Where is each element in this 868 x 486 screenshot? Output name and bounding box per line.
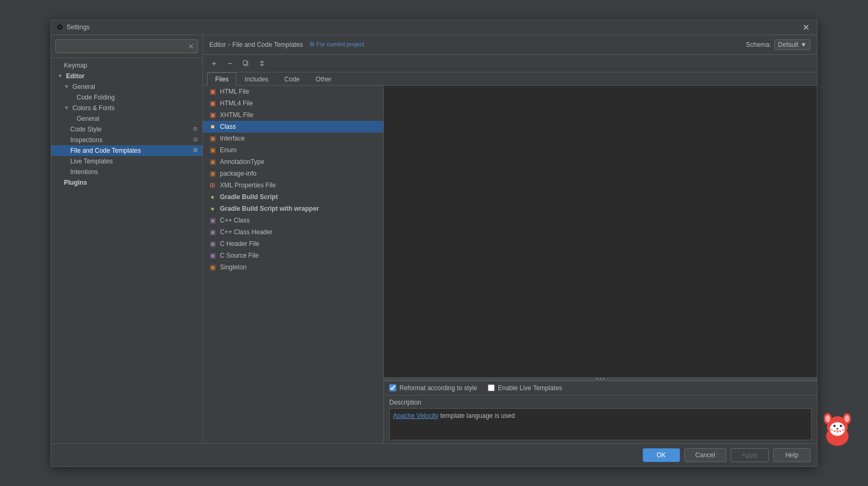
tab-code[interactable]: Code [276, 72, 308, 86]
tab-files[interactable]: Files [207, 72, 236, 86]
schema-dropdown[interactable]: Default ▼ [774, 39, 810, 50]
sidebar-item-inspections[interactable]: Inspections ⚙ [51, 135, 202, 145]
sidebar-item-colors-fonts[interactable]: ▼ Colors & Fonts [51, 103, 202, 113]
file-item-c-source[interactable]: ▣ C Source File [203, 250, 383, 261]
file-item-xml-properties[interactable]: ⊞ XML Properties File [203, 179, 383, 191]
file-item-html-label: HTML File [220, 88, 249, 95]
inspections-indicator: ⚙ [193, 136, 198, 143]
dialog-footer: OK Cancel Apply Help [51, 443, 817, 466]
file-item-xhtml-label: XHTML File [220, 111, 253, 119]
file-code-indicator: ⚙ [193, 147, 198, 154]
ok-button[interactable]: OK [643, 448, 680, 462]
reformat-label: Reformat according to style [399, 384, 477, 392]
file-item-class-label: Class [220, 123, 236, 130]
reformat-checkbox-label[interactable]: Reformat according to style [389, 384, 477, 392]
file-item-cpp-header[interactable]: ▣ C++ Class Header [203, 226, 383, 238]
tab-code-label: Code [284, 76, 300, 83]
file-item-class[interactable]: ■ Class [203, 121, 383, 133]
interface-file-icon: ▣ [208, 135, 217, 142]
sidebar-item-live-templates-label: Live Templates [70, 158, 113, 165]
sidebar-item-plugins-label: Plugins [64, 179, 87, 186]
svg-point-6 [825, 415, 830, 423]
sidebar-tree: Keymap ▼ Editor ▼ General Code Folding [51, 58, 202, 443]
add-template-button[interactable]: + [207, 57, 221, 70]
tab-files-label: Files [215, 76, 228, 83]
mascot [817, 411, 857, 451]
for-current-project-link[interactable]: ⚙ For current project [309, 41, 364, 48]
file-item-html4-label: HTML4 File [220, 100, 253, 107]
file-item-package-info[interactable]: ▣ package-info [203, 168, 383, 179]
file-item-xhtml[interactable]: ▣ XHTML File [203, 109, 383, 121]
svg-rect-1 [243, 60, 247, 64]
tab-includes[interactable]: Includes [236, 72, 276, 86]
file-item-interface[interactable]: ▣ Interface [203, 133, 383, 144]
description-panel: Description Apache Velocity template lan… [384, 395, 817, 443]
sidebar-item-code-folding[interactable]: Code Folding [51, 92, 202, 103]
file-item-html[interactable]: ▣ HTML File [203, 86, 383, 97]
toolbar: + − [203, 55, 817, 72]
remove-template-button[interactable]: − [223, 57, 237, 70]
live-templates-checkbox-label[interactable]: Enable Live Templates [488, 384, 562, 392]
file-item-cpp-class[interactable]: ▣ C++ Class [203, 215, 383, 226]
file-item-gradle-build-label: Gradle Build Script [220, 193, 278, 201]
file-item-c-header[interactable]: ▣ C Header File [203, 238, 383, 250]
help-button[interactable]: Help [773, 448, 810, 462]
sidebar-item-editor[interactable]: ▼ Editor [51, 71, 202, 81]
sidebar-item-general[interactable]: ▼ General [51, 81, 202, 92]
svg-point-11 [833, 425, 836, 427]
gradle-build-file-icon: ● [208, 193, 217, 201]
content-area: Editor › File and Code Templates ⚙ For c… [203, 35, 817, 443]
close-button[interactable]: ✕ [800, 22, 812, 32]
file-item-annotation[interactable]: ▣ AnnotationType [203, 156, 383, 168]
file-item-enum[interactable]: ▣ Enum [203, 144, 383, 156]
copy-template-button[interactable] [239, 57, 253, 70]
live-templates-checkbox[interactable] [488, 384, 495, 391]
file-item-gradle-wrapper[interactable]: ● Gradle Build Script with wrapper [203, 203, 383, 215]
settings-dialog: ⚙ Settings ✕ file code ✕ Keymap ▼ [51, 20, 817, 467]
colors-fonts-expand-arrow: ▼ [64, 105, 70, 111]
file-item-html4[interactable]: ▣ HTML4 File [203, 97, 383, 109]
description-text-suffix: template language is used [440, 412, 515, 419]
sidebar-item-intentions[interactable]: Intentions [51, 167, 202, 177]
reformat-checkbox[interactable] [389, 384, 396, 391]
svg-rect-17 [838, 431, 840, 433]
file-item-cpp-class-label: C++ Class [220, 217, 250, 224]
general-expand-arrow: ▼ [64, 84, 70, 89]
cancel-button[interactable]: Cancel [684, 448, 726, 462]
sidebar-item-code-style[interactable]: Code Style ⚙ [51, 124, 202, 135]
sidebar-item-general2[interactable]: General [51, 113, 202, 124]
xml-properties-file-icon: ⊞ [208, 182, 217, 189]
code-editor[interactable] [384, 86, 817, 377]
search-clear-button[interactable]: ✕ [188, 42, 194, 51]
live-templates-label: Enable Live Templates [498, 384, 562, 392]
enum-file-icon: ▣ [208, 146, 217, 154]
svg-point-18 [829, 429, 833, 431]
svg-point-5 [843, 413, 851, 424]
breadcrumb-separator: › [228, 41, 230, 48]
sidebar-item-live-templates[interactable]: Live Templates [51, 156, 202, 167]
svg-point-4 [824, 413, 832, 424]
apply-button[interactable]: Apply [731, 448, 769, 462]
title-bar: ⚙ Settings ✕ [51, 20, 817, 35]
apache-velocity-link[interactable]: Apache Velocity [393, 412, 438, 419]
file-item-singleton-label: Singleton [220, 263, 247, 271]
sidebar-item-plugins[interactable]: Plugins [51, 177, 202, 188]
sidebar-item-file-code-templates[interactable]: File and Code Templates ⚙ [51, 145, 202, 156]
tab-other[interactable]: Other [308, 72, 340, 86]
svg-point-3 [827, 416, 848, 437]
svg-point-14 [841, 425, 842, 426]
editor-expand-arrow: ▼ [58, 73, 64, 79]
breadcrumb-current: File and Code Templates [232, 41, 303, 48]
schema-label: Schema: [746, 41, 771, 48]
schema-dropdown-arrow: ▼ [800, 41, 807, 48]
svg-point-8 [830, 422, 845, 436]
move-template-button[interactable] [255, 57, 269, 70]
file-item-gradle-build[interactable]: ● Gradle Build Script [203, 191, 383, 203]
sidebar-item-code-style-label: Code Style [70, 126, 102, 133]
sidebar-item-keymap[interactable]: Keymap [51, 60, 202, 71]
file-item-singleton[interactable]: ▣ Singleton [203, 261, 383, 273]
search-input[interactable]: file code [59, 43, 188, 50]
html4-file-icon: ▣ [208, 100, 217, 107]
editor-panel: • • • Reformat according to style Enable… [384, 86, 817, 443]
svg-rect-16 [835, 431, 837, 433]
